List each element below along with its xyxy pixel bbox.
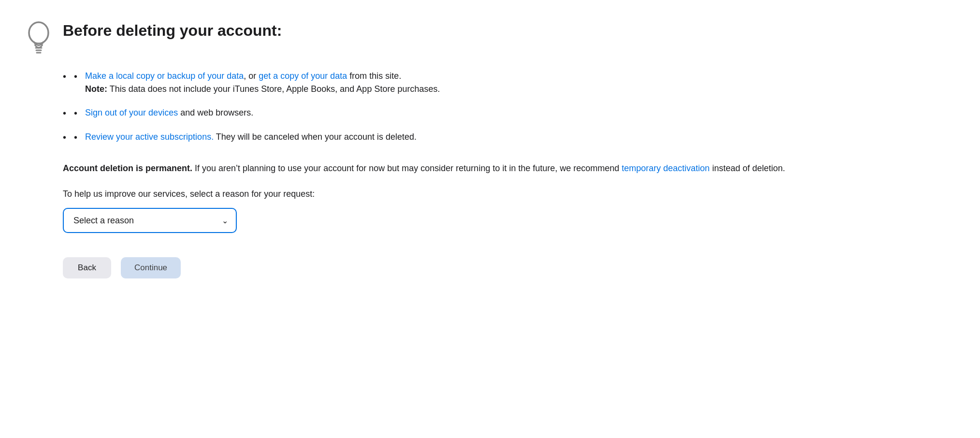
bullet-text-subscriptions: Review your active subscriptions. They w… <box>85 131 417 144</box>
list-item-backup: • Make a local copy or backup of your da… <box>63 70 956 96</box>
link-backup-local[interactable]: Make a local copy or backup of your data <box>85 71 244 81</box>
link-sign-out[interactable]: Sign out of your devices <box>85 108 178 117</box>
reason-prompt: To help us improve our services, select … <box>63 189 956 199</box>
button-row: Back Continue <box>63 257 956 278</box>
permanent-bold: Account deletion is permanent. <box>63 163 192 173</box>
back-button[interactable]: Back <box>63 257 111 278</box>
list-item-signout: • Sign out of your devices and web brows… <box>63 106 956 120</box>
note-body: This data does not include your iTunes S… <box>107 84 440 94</box>
bullet-dot-2: • <box>74 106 77 120</box>
reason-select[interactable]: Select a reasonI have a privacy concernI… <box>63 208 237 233</box>
bullet-dot-3: • <box>74 131 77 144</box>
link-subscriptions[interactable]: Review your active subscriptions. <box>85 132 214 142</box>
permanent-end: instead of deletion. <box>710 163 785 173</box>
suffix-canceled: They will be canceled when your account … <box>214 132 417 142</box>
svg-point-0 <box>29 22 48 44</box>
separator-text: , or <box>244 71 259 81</box>
permanent-body: If you aren’t planning to use your accou… <box>192 163 621 173</box>
bullet-list: • Make a local copy or backup of your da… <box>63 70 956 144</box>
select-wrapper: Select a reasonI have a privacy concernI… <box>63 208 237 233</box>
bullet-dot: • <box>74 70 77 83</box>
suffix-browsers: and web browsers. <box>178 108 253 117</box>
header-section: Before deleting your account: <box>24 19 956 54</box>
page-title: Before deleting your account: <box>63 19 282 40</box>
content-section: • Make a local copy or backup of your da… <box>24 70 956 278</box>
bullet-text-signout: Sign out of your devices and web browser… <box>85 106 253 119</box>
bulb-icon <box>24 20 53 54</box>
suffix-from-site: from this site. <box>347 71 401 81</box>
note-label: Note: <box>85 84 107 94</box>
link-get-copy[interactable]: get a copy of your data <box>259 71 347 81</box>
bullet-text-backup: Make a local copy or backup of your data… <box>85 70 440 96</box>
continue-button[interactable]: Continue <box>121 257 181 278</box>
permanent-section: Account deletion is permanent. If you ar… <box>63 161 788 175</box>
link-deactivation[interactable]: temporary deactivation <box>622 163 710 173</box>
list-item-subscriptions: • Review your active subscriptions. They… <box>63 131 956 144</box>
